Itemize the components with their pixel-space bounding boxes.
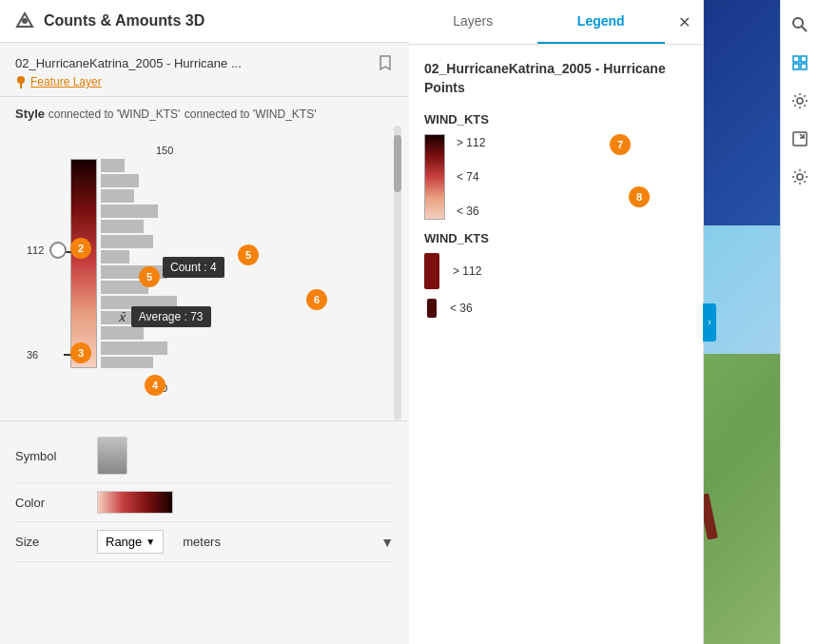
badge-8: 8: [629, 186, 650, 207]
size-row: Size Range ▼ meters ▼: [15, 522, 394, 562]
badge-7: 7: [610, 134, 631, 155]
right-area: Layers Legend ✕ › 02_HurricaneKatrina_20…: [409, 0, 818, 644]
svg-rect-4: [101, 174, 139, 187]
size-item-large: > 112: [424, 253, 688, 289]
expand-arrow[interactable]: ▼: [380, 535, 394, 550]
symbol-preview[interactable]: [97, 437, 127, 475]
size-item-small: < 36: [424, 299, 688, 318]
panel-title: Counts & Amounts 3D: [44, 12, 204, 29]
color-label: Color: [15, 496, 82, 510]
color-preview[interactable]: [97, 491, 173, 514]
badge-2: 2: [70, 238, 91, 259]
tab-layers[interactable]: Layers: [409, 0, 537, 44]
config-button[interactable]: [783, 160, 817, 194]
legend-tabs: Layers Legend ✕: [409, 0, 703, 45]
size-value: Range: [106, 535, 142, 549]
svg-rect-19: [793, 56, 799, 62]
symbol-row: Symbol: [15, 429, 394, 483]
svg-rect-21: [793, 64, 799, 69]
layers-button[interactable]: [783, 46, 817, 80]
legend-layer-title: 02_HurricaneKatrina_2005 - Hurricane Poi…: [424, 60, 688, 97]
left-panel: Counts & Amounts 3D 02_HurricaneKatrina_…: [0, 0, 409, 644]
scrollbar-thumb[interactable]: [394, 135, 401, 192]
layers-icon: [791, 54, 808, 71]
svg-point-25: [797, 174, 803, 180]
wind-kts-label-1: WIND_KTS: [424, 112, 688, 127]
color-ramp-section: > 112 < 74 < 36 7 8: [424, 134, 688, 220]
svg-rect-22: [801, 64, 807, 69]
svg-rect-15: [101, 342, 167, 355]
svg-point-23: [797, 98, 803, 104]
feature-layer-link[interactable]: Feature Layer: [15, 75, 394, 88]
color-ramp: [70, 159, 97, 368]
badge-5: 5: [238, 244, 259, 265]
ramp-label-mid: < 74: [457, 170, 485, 184]
size-unit: meters: [183, 535, 221, 549]
tooltip-average: Average : 73: [131, 306, 211, 327]
svg-rect-7: [101, 220, 144, 233]
svg-rect-16: [101, 357, 153, 368]
svg-line-18: [802, 27, 807, 31]
size-bar-large: [424, 253, 439, 289]
share-button[interactable]: [783, 122, 817, 156]
panel-expand-btn[interactable]: ›: [703, 303, 716, 342]
badge-6: 6: [306, 289, 327, 310]
settings-button[interactable]: [783, 84, 817, 118]
close-button[interactable]: ✕: [665, 0, 703, 44]
tab-legend[interactable]: Legend: [537, 0, 666, 44]
avg-symbol: x̄: [118, 310, 126, 324]
wind-kts-label-2: WIND_KTS: [424, 231, 688, 245]
layer-name-text: 02_HurricaneKatrina_2005 - Hurricane ...: [15, 56, 242, 70]
svg-rect-8: [101, 235, 153, 248]
search-icon: [791, 16, 808, 33]
size-label: Size: [15, 535, 82, 549]
badge-4: 4: [145, 375, 166, 396]
label-150: 150: [156, 145, 173, 156]
size-legend-items: > 112 < 36: [424, 253, 688, 318]
app-icon: [15, 11, 34, 30]
share-icon: [791, 130, 808, 147]
svg-point-2: [17, 76, 25, 84]
avg-line-marker: x̄ Average : 73: [118, 306, 211, 327]
panel-header: Counts & Amounts 3D: [0, 0, 409, 43]
size-dropdown[interactable]: Range ▼: [97, 530, 164, 554]
ramp-label-top: > 112: [457, 136, 485, 149]
legend-color-ramp-bar: [424, 134, 445, 220]
style-label: Style connected to 'WIND_KTS': [15, 107, 180, 121]
size-bar-small: [427, 299, 437, 318]
dropdown-arrow: ▼: [146, 537, 155, 547]
legend-content: 02_HurricaneKatrina_2005 - Hurricane Poi…: [409, 45, 703, 333]
color-row: Color: [15, 483, 394, 522]
style-connected-text: connected to 'WIND_KTS': [185, 107, 317, 121]
handle-circle-top[interactable]: [49, 242, 67, 259]
svg-rect-3: [101, 159, 125, 172]
pin-icon: [15, 75, 27, 88]
tooltip-count: Count : 4: [163, 257, 224, 278]
scrollbar[interactable]: [394, 126, 401, 420]
config-icon: [791, 168, 808, 185]
badge-1: 5: [139, 266, 160, 287]
gear-icon: [791, 92, 808, 109]
right-sidebar: [780, 0, 818, 644]
style-section: Style connected to 'WIND_KTS' connected …: [0, 97, 409, 126]
search-button[interactable]: [783, 8, 817, 42]
svg-rect-20: [801, 56, 807, 62]
svg-rect-5: [101, 189, 134, 203]
svg-rect-9: [101, 250, 129, 263]
chart-area: 150 112 36 30 Count : 4: [15, 126, 394, 420]
label-36: 36: [27, 349, 38, 361]
bookmark-icon[interactable]: [377, 54, 394, 71]
settings-section: Symbol Color Size Range ▼ meters ▼: [0, 420, 409, 644]
layer-section: 02_HurricaneKatrina_2005 - Hurricane ...…: [0, 43, 409, 97]
label-112: 112: [27, 244, 44, 256]
symbol-label: Symbol: [15, 449, 82, 463]
ramp-labels: > 112 < 74 < 36: [457, 134, 485, 220]
svg-point-17: [793, 18, 803, 28]
legend-panel: Layers Legend ✕ › 02_HurricaneKatrina_20…: [409, 0, 704, 644]
svg-point-1: [22, 18, 28, 24]
feature-layer-label: Feature Layer: [30, 75, 102, 88]
svg-rect-14: [101, 326, 144, 340]
ramp-label-bot: < 36: [457, 205, 485, 218]
svg-rect-6: [101, 205, 158, 218]
badge-3: 3: [70, 342, 91, 363]
